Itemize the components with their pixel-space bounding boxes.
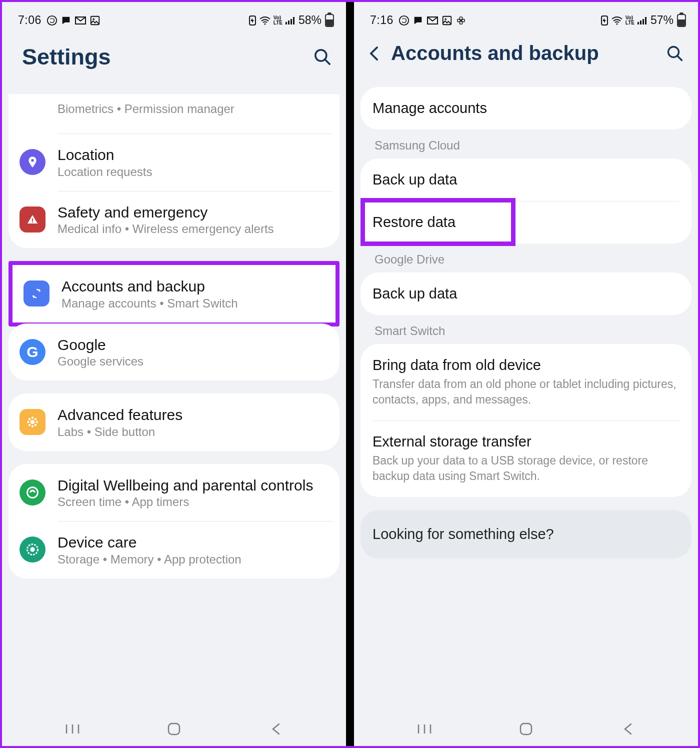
location-icon (20, 149, 46, 175)
svg-point-23 (28, 487, 38, 498)
split-divider (346, 2, 354, 746)
svg-rect-38 (645, 17, 646, 24)
list-item-title: Location (58, 146, 328, 164)
page-title: Settings (22, 44, 111, 70)
external-storage-subtitle: Back up your data to a USB storage devic… (372, 453, 680, 484)
list-item-subtitle: Medical info • Wireless emergency alerts (58, 222, 328, 236)
svg-point-21 (28, 424, 30, 426)
whatsapp-icon (46, 15, 58, 26)
accounts-backup-screen: 7:16 Vo)LTE 57% Accounts and backup (354, 2, 698, 746)
settings-header: Settings (2, 29, 346, 94)
google-backup-row[interactable]: Back up data (360, 272, 692, 315)
status-time: 7:06 (18, 14, 42, 27)
settings-location-row[interactable]: Location Location requests (8, 134, 340, 191)
section-samsung-cloud: Samsung Cloud (360, 130, 692, 158)
battery-icon (677, 14, 686, 27)
nav-recent-button[interactable] (414, 719, 434, 739)
signal-icon (637, 16, 648, 25)
svg-rect-12 (32, 218, 33, 221)
svg-point-2 (92, 18, 94, 20)
alert-icon (20, 206, 46, 232)
svg-rect-13 (32, 222, 33, 222)
message-icon (412, 15, 424, 26)
section-google-drive: Google Drive (360, 244, 692, 272)
nav-home-button[interactable] (164, 719, 184, 739)
sync-icon (24, 280, 50, 306)
list-item-title: Google (58, 336, 328, 354)
search-button[interactable] (313, 48, 332, 66)
nav-back-button[interactable] (266, 719, 286, 739)
svg-rect-29 (168, 724, 180, 734)
settings-safety-row[interactable]: Safety and emergency Medical info • Wire… (8, 191, 340, 248)
list-item-subtitle: Manage accounts • Smart Switch (62, 296, 324, 310)
gear-flower-icon (20, 409, 46, 435)
device-care-icon (20, 536, 46, 562)
samsung-backup-row[interactable]: Back up data (360, 158, 692, 201)
svg-rect-8 (293, 17, 294, 24)
battery-percent: 58% (298, 14, 322, 27)
wellbeing-icon (20, 480, 46, 506)
gmail-icon (426, 16, 438, 25)
list-item-subtitle: Screen time • App timers (58, 495, 328, 509)
photo-icon (442, 15, 452, 26)
svg-point-0 (48, 16, 56, 24)
restore-data-label: Restore data (372, 214, 456, 230)
list-item-subtitle: Biometrics • Permission manager (58, 102, 328, 116)
list-item-title: Safety and emergency (58, 203, 328, 222)
android-nav-bar (2, 712, 346, 746)
settings-google-row[interactable]: G Google Google services (8, 324, 340, 381)
svg-line-10 (325, 60, 330, 64)
looking-card[interactable]: Looking for something else? (360, 510, 692, 558)
wifi-icon (611, 16, 623, 25)
svg-point-20 (34, 418, 36, 420)
page-title: Accounts and backup (391, 42, 599, 64)
svg-rect-6 (288, 20, 290, 24)
android-nav-bar (354, 712, 698, 746)
bring-data-subtitle: Transfer data from an old phone or table… (372, 376, 680, 408)
svg-point-34 (616, 23, 618, 24)
list-item-subtitle: Location requests (58, 165, 328, 179)
svg-rect-44 (520, 724, 532, 734)
external-storage-row[interactable]: External storage transfer Back up your d… (360, 420, 692, 497)
svg-point-30 (400, 16, 408, 24)
battery-saver-icon (600, 15, 608, 26)
back-button[interactable] (365, 44, 383, 62)
battery-icon (325, 14, 334, 27)
svg-point-25 (30, 548, 34, 552)
svg-rect-7 (290, 19, 292, 24)
message-icon (60, 15, 72, 26)
battery-saver-icon (248, 15, 256, 26)
list-item-subtitle: Google services (58, 354, 328, 368)
settings-advanced-features-row[interactable]: Advanced features Labs • Side button (8, 394, 340, 451)
settings-screen: 7:06 Vo)LTE 58% Settings (2, 2, 346, 746)
manage-accounts-row[interactable]: Manage accounts (360, 87, 692, 130)
search-button[interactable] (666, 44, 684, 62)
svg-point-22 (34, 424, 36, 426)
external-storage-title: External storage transfer (372, 434, 680, 450)
google-icon: G (20, 339, 46, 365)
svg-line-40 (678, 56, 682, 60)
whatsapp-icon (398, 15, 410, 26)
wifi-icon (259, 16, 271, 25)
svg-point-4 (264, 23, 266, 24)
gmail-icon (74, 16, 86, 25)
battery-percent: 57% (650, 14, 674, 27)
status-time: 7:16 (370, 14, 394, 27)
svg-rect-5 (286, 22, 287, 24)
samsung-restore-row[interactable]: Restore data (360, 201, 692, 244)
volte-icon: Vo)LTE (274, 16, 282, 26)
nav-recent-button[interactable] (62, 719, 82, 739)
nav-home-button[interactable] (516, 719, 536, 739)
bring-data-row[interactable]: Bring data from old device Transfer data… (360, 344, 692, 420)
biometrics-row-partial[interactable]: Biometrics • Permission manager (8, 94, 340, 134)
highlight-accounts-backup: Accounts and backup Manage accounts • Sm… (8, 261, 340, 326)
list-item-subtitle: Labs • Side button (58, 425, 328, 439)
list-item-title: Digital Wellbeing and parental controls (58, 476, 328, 495)
settings-device-care-row[interactable]: Device care Storage • Memory • App prote… (8, 521, 340, 578)
settings-accounts-backup-row[interactable]: Accounts and backup Manage accounts • Sm… (12, 265, 336, 322)
svg-point-19 (28, 418, 30, 420)
settings-wellbeing-row[interactable]: Digital Wellbeing and parental controls … (8, 464, 340, 522)
volte-icon: Vo)LTE (626, 16, 634, 26)
list-item-title: Advanced features (58, 406, 328, 424)
nav-back-button[interactable] (618, 719, 638, 739)
